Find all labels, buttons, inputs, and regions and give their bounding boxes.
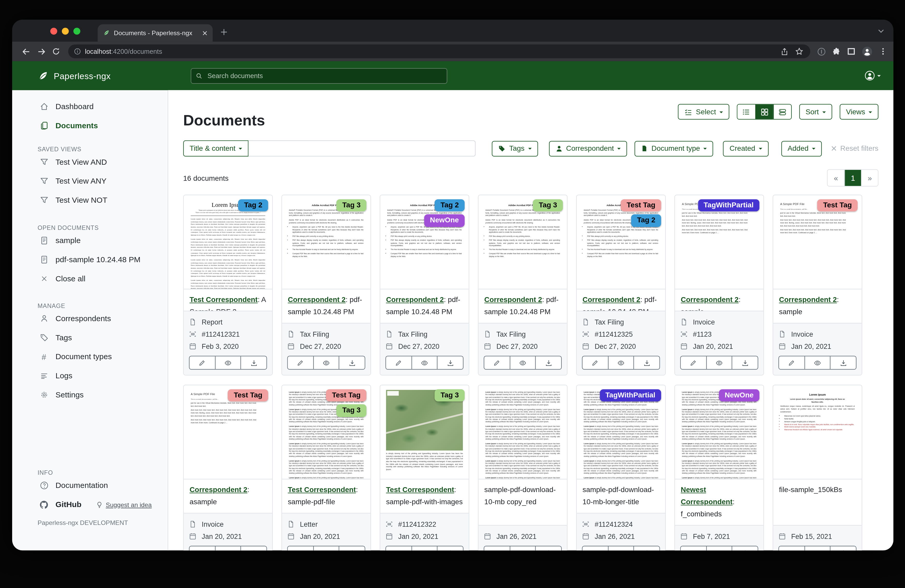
back-button[interactable] (18, 44, 33, 59)
bookmark-star-icon[interactable] (795, 47, 803, 55)
download-button[interactable] (437, 546, 463, 550)
tag-badge[interactable]: TagWithPartial (600, 390, 661, 402)
sidebar-item-open-doc-pdf-sample[interactable]: pdf-sample 10.24.48 PM (12, 250, 168, 269)
filter-added-dropdown[interactable]: Added (781, 141, 822, 156)
new-tab-button[interactable] (220, 28, 228, 36)
sidebar-item-settings[interactable]: Settings (12, 385, 168, 404)
sidebar-item-documentation[interactable]: Documentation (12, 476, 168, 495)
view-button[interactable] (313, 546, 339, 550)
tag-badge[interactable]: TagWithPartial (698, 200, 759, 212)
tab-close-icon[interactable] (202, 30, 208, 35)
filter-query-input[interactable] (249, 140, 476, 157)
sidebar-item-github[interactable]: GitHub Suggest an idea (12, 495, 168, 514)
download-button[interactable] (732, 546, 758, 550)
correspondent-link[interactable]: Correspondent 2 (288, 296, 345, 304)
app-brand[interactable]: Paperless-ngx (38, 70, 111, 81)
view-button[interactable] (411, 356, 437, 369)
edit-button[interactable] (583, 356, 608, 369)
download-button[interactable] (535, 546, 561, 550)
filter-field-dropdown[interactable]: Title & content (183, 140, 249, 157)
tag-badge[interactable]: Tag 3 (337, 200, 367, 212)
reset-filters-link[interactable]: Reset filters (831, 144, 878, 152)
tag-badge[interactable]: NewOne (719, 390, 759, 402)
site-info-icon[interactable] (74, 48, 81, 55)
sort-button[interactable]: Sort (799, 104, 832, 119)
address-bar[interactable]: localhost:4200/documents (68, 44, 810, 59)
tag-badge[interactable]: Test Tag (326, 390, 366, 402)
pagination-next-button[interactable]: » (861, 170, 878, 186)
edit-button[interactable] (190, 546, 215, 550)
edit-button[interactable] (386, 356, 411, 369)
forward-button[interactable] (33, 44, 49, 59)
download-button[interactable] (634, 546, 659, 550)
edit-button[interactable] (386, 546, 411, 550)
sidebar-item-test-view-and[interactable]: Test View AND (12, 152, 168, 172)
tag-badge[interactable]: NewOne (424, 215, 465, 227)
tab-search-chevron-icon[interactable] (878, 29, 884, 33)
maximize-window-button[interactable] (73, 28, 81, 35)
sidebar-item-open-doc-sample[interactable]: sample (12, 231, 168, 250)
tag-badge[interactable]: Test Tag (228, 390, 268, 402)
correspondent-link[interactable]: Test Correspondent (386, 486, 454, 494)
view-button[interactable] (215, 356, 241, 369)
correspondent-link[interactable]: Correspondent 2 (190, 486, 247, 494)
view-button[interactable] (313, 356, 339, 369)
edit-button[interactable] (779, 546, 804, 550)
sidebar-item-documents[interactable]: Documents (12, 116, 168, 135)
correspondent-link[interactable]: Correspondent 2 (484, 296, 542, 304)
share-icon[interactable] (781, 48, 788, 55)
view-button[interactable] (706, 356, 732, 369)
sidebar-item-test-view-not[interactable]: Test View NOT (12, 190, 168, 210)
pagination-page-1[interactable]: 1 (844, 170, 861, 186)
sidebar-item-test-view-any[interactable]: Test View ANY (12, 171, 168, 190)
edit-button[interactable] (288, 356, 313, 369)
download-button[interactable] (830, 546, 856, 550)
view-button[interactable] (510, 546, 535, 550)
download-button[interactable] (437, 356, 463, 369)
edit-button[interactable] (484, 546, 510, 550)
view-button[interactable] (706, 546, 732, 550)
filter-correspondent-dropdown[interactable]: Correspondent (549, 141, 627, 156)
correspondent-link[interactable]: Correspondent 2 (681, 296, 738, 304)
tag-badge[interactable]: Tag 2 (435, 200, 465, 212)
suggest-an-idea-link[interactable]: Suggest an idea (96, 501, 152, 508)
edit-button[interactable] (779, 356, 804, 369)
tag-badge[interactable]: Test Tag (621, 200, 661, 212)
correspondent-link[interactable]: Test Correspondent (288, 486, 356, 494)
extensions-puzzle-icon[interactable] (832, 47, 841, 56)
view-button[interactable] (608, 356, 634, 369)
profile-avatar-icon[interactable] (862, 46, 872, 57)
view-button[interactable] (215, 546, 241, 550)
edit-button[interactable] (484, 356, 510, 369)
download-button[interactable] (634, 356, 659, 369)
browser-tab[interactable]: Documents - Paperless-ngx (98, 24, 213, 42)
view-mode-detail-button[interactable] (773, 105, 791, 119)
download-button[interactable] (535, 356, 561, 369)
correspondent-link[interactable]: Test Correspondent (190, 296, 258, 304)
view-button[interactable] (510, 356, 535, 369)
tag-badge[interactable]: Tag 3 (435, 390, 465, 402)
pagination-prev-button[interactable]: « (828, 170, 845, 186)
view-mode-list-button[interactable] (737, 105, 755, 119)
tag-badge[interactable]: Test Tag (817, 200, 857, 212)
download-button[interactable] (339, 546, 365, 550)
edit-button[interactable] (288, 546, 313, 550)
edit-button[interactable] (681, 546, 706, 550)
download-button[interactable] (830, 356, 856, 369)
correspondent-link[interactable]: Correspondent 2 (779, 296, 837, 304)
tag-badge[interactable]: Tag 2 (238, 200, 268, 212)
view-button[interactable] (804, 356, 830, 369)
edit-button[interactable] (583, 546, 608, 550)
sidebar-item-tags[interactable]: Tags (12, 328, 168, 347)
correspondent-link[interactable]: Correspondent 2 (386, 296, 444, 304)
correspondent-link[interactable]: Correspondent 2 (583, 296, 640, 304)
sidebar-item-document-types[interactable]: # Document types (12, 347, 168, 366)
filter-document-type-dropdown[interactable]: Document type (635, 141, 713, 156)
sidebar-toggle-icon[interactable] (847, 47, 855, 55)
edit-button[interactable] (681, 356, 706, 369)
tag-badge[interactable]: Tag 2 (631, 215, 661, 227)
sidebar-item-correspondents[interactable]: Correspondents (12, 309, 168, 328)
minimize-window-button[interactable] (62, 28, 69, 35)
sidebar-item-logs[interactable]: Logs (12, 366, 168, 385)
search-input[interactable] (206, 71, 442, 80)
